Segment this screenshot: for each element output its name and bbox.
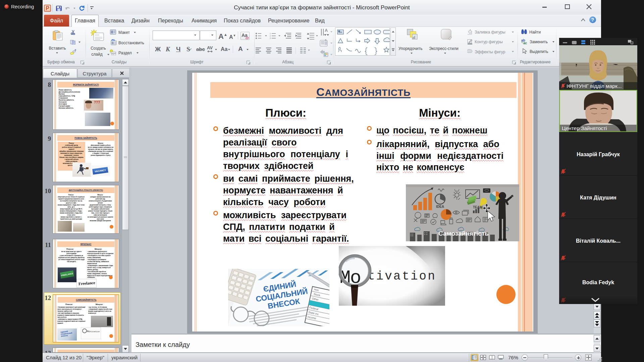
svg-text:Центер Зайнятості: Центер Зайнятості [562,125,607,131]
svg-text:ІФНТУНГ відділ марк...: ІФНТУНГ відділ марк... [567,83,622,89]
svg-text:3: 3 [270,37,271,39]
svg-text:A: A [325,28,328,33]
svg-text:Самозайнятість: Самозайнятість [438,230,489,237]
svg-text:ac: ac [523,41,527,45]
svg-text:1: 1 [270,33,271,35]
svg-text:2: 2 [270,35,271,37]
svg-text:tivation: tivation [368,269,436,283]
svg-text:IDEA: IDEA [436,205,444,208]
